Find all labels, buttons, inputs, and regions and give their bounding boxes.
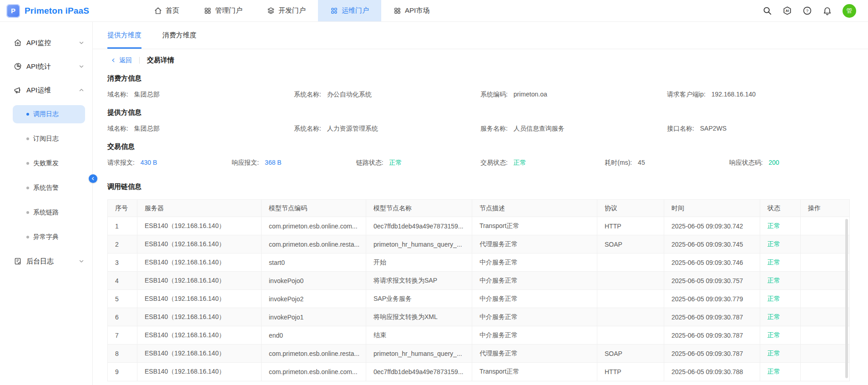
sidebar-subitem-call-logs[interactable]: 调用日志 bbox=[0, 102, 92, 127]
ai-assistant-icon[interactable]: AI bbox=[782, 6, 792, 15]
sidebar-item-label: 后台日志 bbox=[26, 257, 54, 266]
sidebar-subitem-exception-dict[interactable]: 异常字典 bbox=[0, 225, 92, 249]
field-label: 域名称: bbox=[107, 125, 128, 132]
cell-protocol: SOAP bbox=[597, 344, 664, 363]
cell-server: ESB140（192.168.16.140） bbox=[137, 253, 262, 272]
chain-section-title: 调用链信息 bbox=[107, 182, 853, 191]
field-label: 接口名称: bbox=[667, 125, 694, 132]
sidebar-subitem-label: 异常字典 bbox=[33, 233, 59, 241]
sidebar-item-api-monitor[interactable]: API监控 bbox=[0, 31, 92, 55]
layers-icon bbox=[267, 7, 275, 15]
cell-action bbox=[801, 235, 849, 253]
user-avatar[interactable]: 管 bbox=[843, 4, 856, 18]
bullet-dot bbox=[26, 162, 29, 165]
cell-node-name: primeton_hr_humans_query_... bbox=[366, 344, 472, 363]
field-value: 集团总部 bbox=[134, 125, 160, 132]
cell-protocol: SOAP bbox=[597, 235, 664, 253]
chevron-down-icon bbox=[79, 258, 84, 264]
cell-status: 正常 bbox=[760, 253, 801, 272]
call-chain-table: 序号 服务器 模型节点编码 模型节点名称 节点描述 协议 时间 状态 操作 bbox=[107, 199, 850, 381]
tab[interactable]: 消费方维度 bbox=[162, 22, 197, 49]
nav-item-label: API市场 bbox=[405, 6, 429, 15]
cell-node-code: com.primeton.esb.online.resta... bbox=[262, 235, 366, 253]
nav-item-api-market[interactable]: API市场 bbox=[381, 0, 442, 21]
search-icon[interactable] bbox=[762, 6, 772, 15]
dimension-tabs: 提供方维度 消费方维度 bbox=[93, 22, 868, 49]
sidebar-subitem-subscribe-logs[interactable]: 订阅日志 bbox=[0, 127, 92, 151]
chevron-left-icon bbox=[111, 58, 116, 63]
sidebar-subitem-label: 失败重发 bbox=[33, 159, 59, 167]
sidebar-subitem-system-alerts[interactable]: 系统告警 bbox=[0, 176, 92, 200]
table-row: 7 ESB140（192.168.16.140） end0 结束 中介服务正常 … bbox=[108, 326, 849, 344]
help-icon[interactable]: ? bbox=[802, 6, 812, 15]
field: 系统编码: primeton.oa bbox=[480, 91, 667, 99]
back-label: 返回 bbox=[119, 56, 132, 65]
nav-item-label: 首页 bbox=[166, 6, 179, 15]
column-header: 操作 bbox=[801, 200, 849, 217]
table-scrollbar[interactable] bbox=[845, 219, 848, 378]
cell-node-code: com.primeton.esb.online.resta... bbox=[262, 344, 366, 363]
field: 域名称: 集团总部 bbox=[107, 91, 294, 99]
field-label: 链路状态: bbox=[356, 159, 384, 166]
cell-server: ESB140（192.168.16.140） bbox=[137, 344, 262, 363]
consumer-fields: 域名称: 集团总部 系统名称: 办公自动化系统 系统编码: primeton.o… bbox=[107, 91, 853, 99]
consumer-section-title: 消费方信息 bbox=[107, 74, 853, 83]
table-row: 8 ESB140（192.168.16.140） com.primeton.es… bbox=[108, 344, 849, 363]
sidebar-item-api-ops[interactable]: API运维 bbox=[0, 78, 92, 102]
sidebar-item-api-stats[interactable]: API统计 bbox=[0, 55, 92, 78]
cell-node-desc: 代理服务正常 bbox=[472, 344, 597, 363]
cell-server: ESB140（192.168.16.140） bbox=[137, 235, 262, 253]
modules-icon bbox=[330, 7, 338, 15]
field: 域名称: 集团总部 bbox=[107, 125, 294, 133]
sidebar-collapse-button[interactable] bbox=[89, 174, 97, 183]
bullet-dot bbox=[26, 236, 29, 238]
divider bbox=[139, 57, 140, 64]
cell-action bbox=[801, 344, 849, 363]
cell-time: 2025-06-05 09:09:30.787 bbox=[664, 308, 760, 326]
detail-sections: 消费方信息 域名称: 集团总部 系统名称: 办公自动化系统 系统编码: prim… bbox=[93, 74, 868, 381]
cell-server: ESB140（192.168.16.140） bbox=[137, 363, 262, 381]
table-header-row: 序号 服务器 模型节点编码 模型节点名称 节点描述 协议 时间 状态 操作 bbox=[108, 200, 849, 217]
cell-node-name: 将响应报文转换为XML bbox=[366, 308, 472, 326]
field: 耗时(ms): 45 bbox=[605, 159, 729, 167]
sidebar-subitem-system-links[interactable]: 系统链路 bbox=[0, 200, 92, 225]
nav-item-dev-portal[interactable]: 开发门户 bbox=[255, 0, 318, 21]
sidebar-subitem-failed-resend[interactable]: 失败重发 bbox=[0, 151, 92, 176]
bell-icon[interactable] bbox=[823, 6, 832, 15]
sidebar-subitem-label: 调用日志 bbox=[33, 110, 59, 118]
cell-node-name: 开始 bbox=[366, 253, 472, 272]
field-label: 服务名称: bbox=[480, 125, 508, 132]
cell-time: 2025-06-05 09:09:30.779 bbox=[664, 290, 760, 308]
navbar-right: AI ? 管 bbox=[762, 4, 868, 18]
column-header: 模型节点编码 bbox=[262, 200, 366, 217]
pie-chart-icon bbox=[14, 62, 22, 71]
nav-item-admin-portal[interactable]: 管理门户 bbox=[192, 0, 255, 21]
back-button[interactable]: 返回 bbox=[111, 56, 132, 65]
cell-node-code: end0 bbox=[262, 326, 366, 344]
field-value: 192.168.16.140 bbox=[712, 91, 756, 98]
cell-server: ESB140（192.168.16.140） bbox=[137, 290, 262, 308]
field-label: 域名称: bbox=[107, 91, 128, 98]
cell-index: 3 bbox=[108, 253, 137, 272]
bullet-dot bbox=[26, 187, 29, 189]
cell-index: 4 bbox=[108, 272, 137, 290]
field: 请求客户端ip: 192.168.16.140 bbox=[667, 91, 853, 99]
sidebar-item-backend-logs[interactable]: 后台日志 bbox=[0, 249, 92, 273]
cell-time: 2025-06-05 09:09:30.787 bbox=[664, 326, 760, 344]
nav-item-home[interactable]: 首页 bbox=[142, 0, 192, 21]
field-value: 正常 bbox=[514, 159, 526, 166]
field: 请求报文: 430 B bbox=[107, 159, 232, 167]
field-value: 200 bbox=[768, 159, 779, 166]
cell-time: 2025-06-05 09:09:30.746 bbox=[664, 253, 760, 272]
field-label: 系统编码: bbox=[480, 91, 508, 98]
table-row: 2 ESB140（192.168.16.140） com.primeton.es… bbox=[108, 235, 849, 253]
field-value: 办公自动化系统 bbox=[327, 91, 372, 98]
field-value: 430 B bbox=[141, 159, 157, 166]
field: 服务名称: 人员信息查询服务 bbox=[480, 125, 667, 133]
sidebar-item-label: API监控 bbox=[26, 39, 51, 47]
cell-time: 2025-06-05 09:09:30.745 bbox=[664, 235, 760, 253]
nav-item-ops-portal[interactable]: 运维门户 bbox=[318, 0, 381, 21]
tab[interactable]: 提供方维度 bbox=[107, 22, 141, 49]
field-value: 45 bbox=[638, 159, 645, 166]
cell-action bbox=[801, 253, 849, 272]
